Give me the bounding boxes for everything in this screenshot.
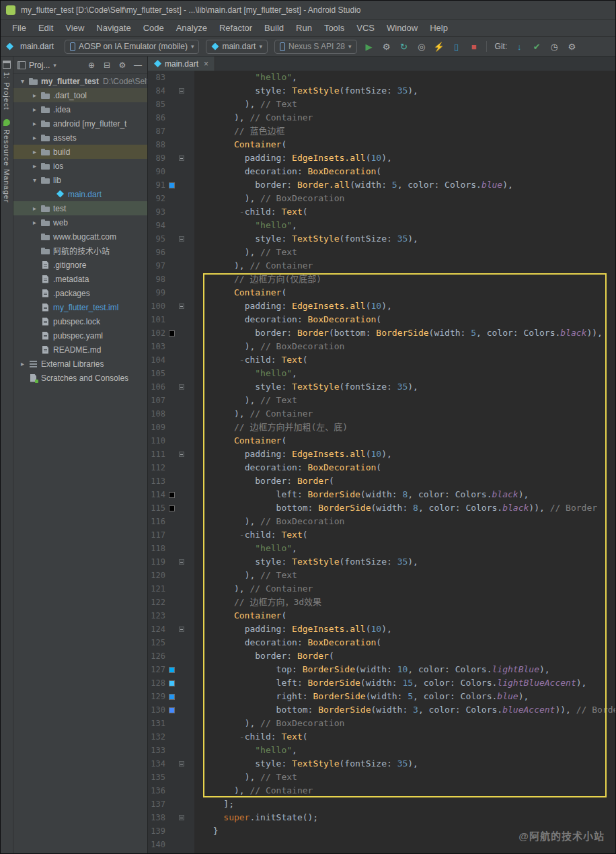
code-text[interactable]: super.initState();	[194, 811, 318, 824]
code-line[interactable]: 121 ), // Container	[148, 582, 615, 596]
fold-marker-icon[interactable]	[179, 236, 184, 242]
code-text[interactable]: ), // Text	[194, 569, 297, 582]
chevron-right-icon[interactable]: ▸	[30, 148, 40, 155]
code-text[interactable]: decoration: BoxDecoration(	[194, 165, 381, 178]
line-number[interactable]: 99	[148, 286, 167, 299]
line-number[interactable]: 133	[148, 744, 167, 757]
line-number[interactable]: 119	[148, 555, 167, 569]
chevron-right-icon[interactable]: ▸	[30, 205, 40, 212]
line-number[interactable]: 138	[148, 811, 167, 824]
code-line[interactable]: 126 border: Border(	[148, 649, 615, 663]
code-text[interactable]: right: BorderSide(width: 5, color: Color…	[194, 690, 529, 703]
line-number[interactable]: 89	[148, 151, 167, 165]
line-number[interactable]: 132	[148, 730, 167, 744]
code-text[interactable]: border: Border(bottom: BorderSide(width:…	[194, 326, 603, 340]
code-text[interactable]: style: TextStyle(fontSize: 35),	[194, 555, 418, 569]
code-text[interactable]: decoration: BoxDecoration(	[194, 636, 381, 649]
chevron-right-icon[interactable]: ▸	[30, 120, 40, 127]
code-text[interactable]: padding: EdgeInsets.all(10),	[194, 151, 392, 165]
line-number[interactable]: 91	[148, 178, 167, 192]
project-tool-button[interactable]: 1: Project	[3, 61, 11, 110]
line-number[interactable]: 125	[148, 636, 167, 649]
menu-run[interactable]: Run	[291, 22, 317, 34]
line-number[interactable]: 93	[148, 205, 167, 219]
line-number[interactable]: 112	[148, 461, 167, 474]
chevron-right-icon[interactable]: ▸	[17, 360, 28, 367]
code-text[interactable]: style: TextStyle(fontSize: 35),	[194, 380, 418, 394]
fold-marker-icon[interactable]	[179, 304, 184, 309]
code-line[interactable]: 90 decoration: BoxDecoration(	[148, 165, 615, 178]
line-number[interactable]: 140	[148, 838, 167, 851]
line-number[interactable]: 97	[148, 259, 167, 273]
chevron-right-icon[interactable]: ▸	[30, 134, 40, 141]
fold-marker-icon[interactable]	[179, 155, 184, 161]
tree-item-my-flutter-test[interactable]: ▾my_flutter_testD:\Code\Self\my_flutter_…	[13, 74, 147, 88]
code-line[interactable]: 124 padding: EdgeInsets.all(10),	[148, 622, 615, 636]
fold-marker-icon[interactable]	[179, 627, 184, 632]
code-line[interactable]: 136 ), // Container	[148, 784, 615, 797]
line-number[interactable]: 94	[148, 219, 167, 232]
chevron-right-icon[interactable]: ▸	[30, 162, 40, 170]
attach-debugger-icon[interactable]: ⚙	[381, 42, 392, 52]
code-line[interactable]: 134 style: TextStyle(fontSize: 35),	[148, 757, 615, 771]
code-line[interactable]: 137 ];	[148, 797, 615, 811]
code-line[interactable]: 117 -child: Text(	[148, 528, 615, 542]
menu-navigate[interactable]: Navigate	[91, 22, 135, 34]
tree-item-main-dart[interactable]: main.dart	[13, 187, 147, 201]
code-text[interactable]: Container(	[194, 286, 286, 299]
tree-item-lib[interactable]: ▾lib	[13, 173, 147, 187]
code-text[interactable]: Container(	[194, 609, 286, 622]
commit-icon[interactable]: ✔	[531, 42, 542, 52]
code-line[interactable]: 86 ), // Container	[148, 111, 615, 124]
code-line[interactable]: 88 Container(	[148, 138, 615, 151]
line-number[interactable]: 98	[148, 273, 167, 286]
line-number[interactable]: 139	[148, 824, 167, 838]
menu-code[interactable]: Code	[139, 22, 169, 34]
chevron-right-icon[interactable]: ▸	[30, 92, 40, 99]
code-line[interactable]: 84 style: TextStyle(fontSize: 35),	[148, 84, 615, 98]
chevron-down-icon[interactable]: ▾	[30, 176, 40, 184]
code-text[interactable]: "hello",	[194, 542, 297, 555]
code-text[interactable]: decoration: BoxDecoration(	[194, 461, 381, 474]
line-number[interactable]: 107	[148, 394, 167, 407]
line-number[interactable]: 87	[148, 124, 167, 138]
code-line[interactable]: 129 right: BorderSide(width: 5, color: C…	[148, 690, 615, 703]
code-text[interactable]: left: BorderSide(width: 15, color: Color…	[194, 676, 586, 690]
tree-item--metadata[interactable]: .metadata	[13, 272, 147, 286]
tree-item--[interactable]: 阿航的技术小站	[13, 244, 147, 258]
line-number[interactable]: 85	[148, 98, 167, 111]
line-number[interactable]: 136	[148, 784, 167, 797]
tree-item-ios[interactable]: ▸ios	[13, 159, 147, 173]
menu-build[interactable]: Build	[260, 22, 288, 34]
code-text[interactable]: ), // Text	[194, 98, 297, 111]
line-number[interactable]: 104	[148, 353, 167, 367]
code-text[interactable]: style: TextStyle(fontSize: 35),	[194, 232, 418, 246]
code-line[interactable]: 102 border: Border(bottom: BorderSide(wi…	[148, 326, 615, 340]
code-text[interactable]: ), // BoxDecoration	[194, 340, 344, 353]
line-number[interactable]: 103	[148, 340, 167, 353]
menu-tools[interactable]: Tools	[319, 22, 349, 34]
line-number[interactable]: 116	[148, 515, 167, 528]
code-text[interactable]: -child: Text(	[194, 205, 308, 219]
code-line[interactable]: 111 padding: EdgeInsets.all(10),	[148, 448, 615, 461]
tree-item-my-flutter-test-iml[interactable]: my_flutter_test.iml	[13, 300, 147, 314]
code-line[interactable]: 119 style: TextStyle(fontSize: 35),	[148, 555, 615, 569]
code-line[interactable]: 95 style: TextStyle(fontSize: 35),	[148, 232, 615, 246]
update-project-icon[interactable]: ↓	[514, 42, 525, 52]
locate-icon[interactable]: ⊕	[86, 61, 97, 70]
line-number[interactable]: 135	[148, 771, 167, 784]
menu-view[interactable]: View	[61, 22, 89, 34]
code-line[interactable]: 122 // 边框方向，3d效果	[148, 596, 615, 609]
code-line[interactable]: 105 "hello",	[148, 367, 615, 380]
code-line[interactable]: 112 decoration: BoxDecoration(	[148, 461, 615, 474]
code-line[interactable]: 89 padding: EdgeInsets.all(10),	[148, 151, 615, 165]
code-text[interactable]: padding: EdgeInsets.all(10),	[194, 299, 392, 313]
code-line[interactable]: 106 style: TextStyle(fontSize: 35),	[148, 380, 615, 394]
code-text[interactable]: ), // BoxDecoration	[194, 515, 344, 528]
code-line[interactable]: 100 padding: EdgeInsets.all(10),	[148, 299, 615, 313]
code-text[interactable]: Container(	[194, 434, 286, 448]
menu-analyze[interactable]: Analyze	[171, 22, 212, 34]
code-line[interactable]: 110 Container(	[148, 434, 615, 448]
chevron-right-icon[interactable]: ▸	[30, 219, 40, 226]
line-number[interactable]: 106	[148, 380, 167, 394]
